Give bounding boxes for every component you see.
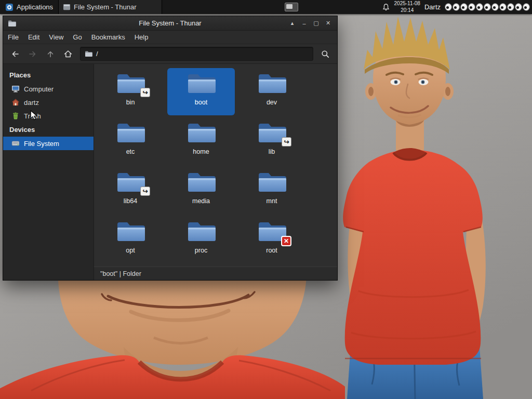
file-item-mnt[interactable]: mnt bbox=[238, 167, 305, 214]
eye-icon bbox=[476, 3, 483, 11]
eye-icon bbox=[499, 3, 507, 11]
back-arrow-icon bbox=[10, 49, 20, 59]
window-controls: ▴ – ▢ ✕ bbox=[286, 17, 337, 30]
file-item-home[interactable]: home bbox=[167, 117, 235, 165]
up-button[interactable] bbox=[43, 47, 58, 61]
sidebar-item-home[interactable]: dartz bbox=[3, 96, 94, 109]
trash-icon bbox=[11, 112, 20, 120]
desktop: Applications File System - Thunar 2025-1… bbox=[0, 0, 532, 399]
link-emblem-icon: ↪ bbox=[282, 137, 291, 147]
file-label: bin bbox=[126, 99, 135, 106]
file-item-media[interactable]: media bbox=[167, 167, 235, 214]
link-emblem-icon: ↪ bbox=[140, 88, 150, 97]
eye-icon bbox=[491, 3, 499, 11]
titlebar[interactable]: File System - Thunar ▴ – ▢ ✕ bbox=[3, 16, 337, 31]
file-item-opt[interactable]: opt bbox=[97, 216, 164, 263]
file-label: root bbox=[266, 247, 277, 254]
file-item-bin[interactable]: ↪ bin bbox=[97, 68, 164, 115]
search-icon bbox=[321, 49, 330, 59]
shade-button[interactable]: ▴ bbox=[286, 17, 298, 30]
file-item-dev[interactable]: dev bbox=[238, 68, 305, 115]
folder-icon bbox=[116, 220, 145, 244]
show-desktop-icon[interactable] bbox=[285, 3, 298, 11]
applications-menu-button[interactable]: Applications bbox=[0, 0, 58, 14]
folder-icon bbox=[187, 220, 216, 244]
file-item-proc[interactable]: proc bbox=[167, 216, 235, 263]
menu-help[interactable]: Help bbox=[130, 31, 153, 44]
places-header: Places bbox=[3, 68, 94, 82]
eyes-applet bbox=[445, 3, 530, 11]
sidebar-item-label: dartz bbox=[24, 99, 39, 107]
file-item-root[interactable]: ✕ root bbox=[238, 216, 305, 263]
home-button[interactable] bbox=[60, 47, 76, 61]
folder-icon bbox=[85, 50, 92, 57]
thunar-window: File System - Thunar ▴ – ▢ ✕ File Edit V… bbox=[3, 16, 338, 281]
link-emblem-icon: ↪ bbox=[140, 187, 150, 196]
file-item-lib64[interactable]: ↪ lib64 bbox=[97, 167, 164, 214]
file-label: dev bbox=[267, 99, 277, 106]
file-label: lib64 bbox=[124, 197, 137, 205]
eye-icon bbox=[507, 3, 514, 11]
computer-icon bbox=[11, 85, 20, 93]
eye-icon bbox=[523, 3, 530, 11]
drive-icon bbox=[11, 139, 20, 148]
eye-icon bbox=[515, 3, 522, 11]
status-bar: "boot" | Folder bbox=[94, 267, 337, 280]
file-label: opt bbox=[126, 247, 135, 254]
home-icon bbox=[11, 98, 20, 107]
folder-icon bbox=[257, 170, 286, 194]
home-icon bbox=[63, 49, 73, 59]
pager-window bbox=[286, 4, 292, 9]
task-button-label: File System - Thunar bbox=[74, 3, 136, 11]
file-label: home bbox=[193, 148, 209, 155]
menu-bookmarks[interactable]: Bookmarks bbox=[87, 31, 130, 44]
window-icon bbox=[8, 20, 16, 27]
folder-icon bbox=[116, 121, 145, 145]
sidebar: Places Computer da bbox=[3, 64, 94, 280]
menu-file[interactable]: File bbox=[3, 31, 23, 44]
taskbar-window-button[interactable]: File System - Thunar bbox=[58, 0, 162, 14]
file-label: lib bbox=[269, 148, 275, 155]
devices-header: Devices bbox=[3, 123, 94, 137]
top-panel: Applications File System - Thunar 2025-1… bbox=[0, 0, 532, 14]
file-label: media bbox=[192, 197, 210, 205]
up-arrow-icon bbox=[46, 49, 55, 59]
no-access-emblem-icon: ✕ bbox=[281, 236, 291, 246]
folder-icon bbox=[257, 72, 286, 96]
folder-icon bbox=[187, 170, 216, 194]
eye-icon bbox=[460, 3, 468, 11]
minimize-button[interactable]: – bbox=[298, 17, 310, 30]
search-button[interactable] bbox=[317, 47, 333, 61]
panel-tray: 2025-11-08 20:14 Dartz bbox=[382, 0, 532, 14]
eye-icon bbox=[453, 3, 460, 11]
clock-date: 2025-11-08 bbox=[394, 1, 420, 7]
clock-time: 20:14 bbox=[394, 7, 420, 14]
sidebar-item-label: Computer bbox=[24, 85, 54, 93]
maximize-button[interactable]: ▢ bbox=[310, 17, 322, 30]
path-bar[interactable]: / bbox=[80, 47, 313, 61]
file-item-etc[interactable]: etc bbox=[97, 117, 164, 165]
mouse-cursor bbox=[30, 110, 38, 121]
sidebar-item-trash[interactable]: Trash bbox=[3, 109, 94, 123]
sidebar-item-computer[interactable]: Computer bbox=[3, 82, 94, 96]
forward-button[interactable] bbox=[25, 47, 41, 61]
notification-bell-icon[interactable] bbox=[382, 3, 390, 11]
file-grid: ↪ bin boot dev etc bbox=[94, 64, 337, 267]
sidebar-item-file-system[interactable]: File System bbox=[3, 137, 94, 150]
forward-arrow-icon bbox=[28, 49, 37, 59]
file-item-lib[interactable]: ↪ lib bbox=[238, 117, 305, 165]
close-button[interactable]: ✕ bbox=[322, 17, 334, 30]
back-button[interactable] bbox=[7, 47, 23, 61]
file-label: boot bbox=[195, 99, 207, 106]
clock[interactable]: 2025-11-08 20:14 bbox=[394, 1, 420, 14]
folder-icon bbox=[187, 72, 216, 96]
menu-go[interactable]: Go bbox=[68, 31, 86, 44]
eye-icon bbox=[468, 3, 475, 11]
file-label: mnt bbox=[267, 197, 277, 205]
file-item-boot[interactable]: boot bbox=[167, 68, 235, 115]
menu-view[interactable]: View bbox=[44, 31, 68, 44]
status-text: "boot" | Folder bbox=[100, 270, 141, 277]
folder-icon bbox=[187, 121, 216, 145]
toolbar: / bbox=[3, 44, 337, 64]
menu-edit[interactable]: Edit bbox=[23, 31, 44, 44]
